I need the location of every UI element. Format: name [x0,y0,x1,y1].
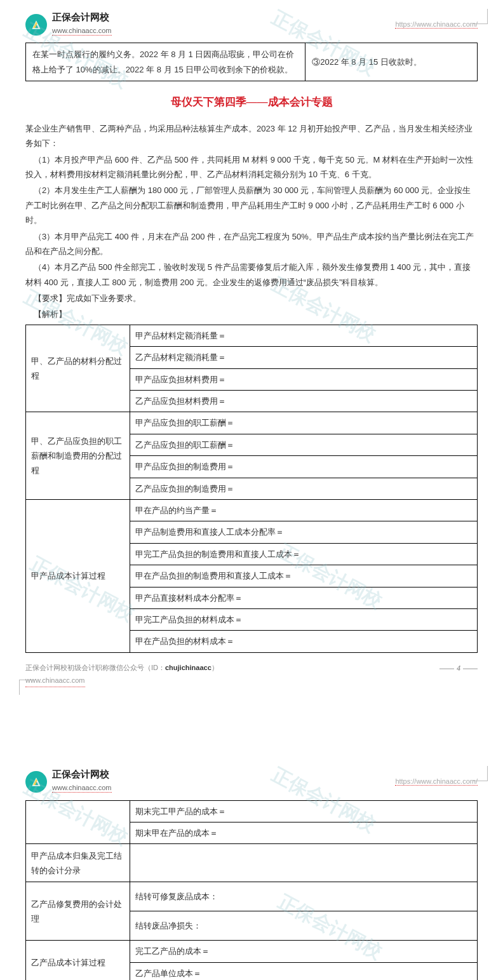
table-row-label: 甲、乙产品应负担的职工薪酬和制造费用的分配过程 [26,412,130,500]
paragraph-analysis: 【解析】 [25,307,478,321]
corner-decoration [473,9,488,24]
paragraph-item-2: （2）本月发生生产工人薪酬为 180 000 元，厂部管理人员薪酬为 30 00… [25,183,478,227]
table-cell: 结转可修复废品成本： [130,882,477,911]
brand-logo-icon [25,14,47,36]
header-url-link[interactable]: https://www.chinaacc.com/ [395,20,478,29]
footer-text: 正保会计网校初级会计职称微信公众号（ID：chujichinaacc） www.… [25,662,218,688]
table-row-label: 乙产品修复费用的会计处理 [26,882,130,941]
table-cell: 完工乙产品的成本＝ [130,941,477,962]
brand-name-en: www.chinaacc.com [52,27,112,36]
paragraph-intro: 某企业生产销售甲、乙两种产品，均采用品种法核算生产成本。2023 年 12 月初… [25,121,478,151]
header-url: https://www.chinaacc.com/ [395,18,478,31]
table-cell: 乙产品应负担的职工薪酬＝ [130,434,477,455]
section-title: 母仪天下第四季——成本会计专题 [25,93,478,112]
corner-decoration [19,680,34,695]
brand-text: 正保会计网校 www.chinaacc.com [52,11,112,37]
header-url: https://www.chinaacc.com/ [395,775,478,788]
problem-body: 某企业生产销售甲、乙两种产品，均采用品种法核算生产成本。2023 年 12 月初… [25,121,478,322]
table-cell: 期末完工甲产品的成本＝ [130,800,477,822]
table-row-label: 甲产品成本归集及完工结转的会计分录 [26,844,130,882]
page-4: 正保会计网校 正保会计网校 正保会计网校 正保会计网校 正保会计网校 正保会计网… [0,0,503,706]
paragraph-requirement: 【要求】完成如下业务要求。 [25,291,478,305]
table-row-label: 甲产品成本计算过程 [26,499,130,652]
corner-decoration [473,766,488,781]
table-cell: 甲产品直接材料成本分配率＝ [130,587,477,608]
table-cell: 甲产品制造费用和直接人工成本分配率＝ [130,521,477,543]
table-cell: 乙产品单位成本＝ [130,962,477,980]
footer-url[interactable]: www.chinaacc.com [25,675,85,688]
analysis-table-1: 甲、乙产品的材料分配过程 甲产品材料定额消耗量＝ 乙产品材料定额消耗量＝ 甲产品… [25,325,478,653]
intro-box-right: ③2022 年 8 月 15 日收款时。 [305,43,477,81]
footer-wechat-id: chujichinaacc [165,664,211,671]
table-cell: 甲产品应负担材料费用＝ [130,368,477,390]
page-number-value: 4 [454,664,463,672]
page-header: 正保会计网校 www.chinaacc.com https://www.chin… [25,769,478,795]
brand: 正保会计网校 www.chinaacc.com [25,11,112,37]
page-gap [0,706,503,757]
table-cell: 甲产品材料定额消耗量＝ [130,325,477,346]
analysis-table-2: 期末完工甲产品的成本＝ 期末甲在产品的成本＝ 甲产品成本归集及完工结转的会计分录… [25,800,478,980]
page-footer: 正保会计网校初级会计职称微信公众号（ID：chujichinaacc） www.… [25,662,478,688]
table-cell: 甲产品应负担的制造费用＝ [130,456,477,478]
table-cell: 乙产品应负担材料费用＝ [130,391,477,412]
brand-name-en: www.chinaacc.com [52,784,112,793]
brand-text: 正保会计网校 www.chinaacc.com [52,769,112,795]
table-cell: 乙产品应负担的制造费用＝ [130,478,477,499]
table-cell: 结转废品净损失： [130,911,477,941]
table-cell: 期末甲在产品的成本＝ [130,822,477,844]
table-cell: 乙产品材料定额消耗量＝ [130,347,477,368]
brand: 正保会计网校 www.chinaacc.com [25,769,112,795]
intro-box: 在某一时点履行的履约义务。2022 年 8 月 1 日因商品瑕疵，甲公司在价格上… [25,43,478,81]
table-row-label: 乙产品成本计算过程 [26,941,130,980]
page-5: 正保会计网校 正保会计网校 正保会计网校 正保会计网校 www.chinaacc… [0,757,503,980]
brand-name-cn: 正保会计网校 [52,769,112,780]
brand-name-cn: 正保会计网校 [52,11,112,23]
table-cell: 甲在产品的约当产量＝ [130,499,477,521]
table-row-label: 甲、乙产品的材料分配过程 [26,325,130,412]
table-cell: 甲产品应负担的职工薪酬＝ [130,412,477,434]
page-header: 正保会计网校 www.chinaacc.com https://www.chin… [25,11,478,37]
table-row-label [26,800,130,844]
intro-box-left: 在某一时点履行的履约义务。2022 年 8 月 1 日因商品瑕疵，甲公司在价格上… [26,43,305,81]
table-cell: 甲在产品负担的制造费用和直接人工成本＝ [130,565,477,587]
paragraph-item-4: （4）本月乙产品 500 件全部完工，验收时发现 5 件产品需要修复后才能入库，… [25,260,478,290]
brand-logo-icon [25,771,47,793]
paragraph-item-3: （3）本月甲产品完工 400 件，月末在产品 200 件，在产品完工程度为 50… [25,229,478,259]
table-cell: 甲完工产品负担的制造费用和直接人工成本＝ [130,543,477,565]
header-url-link[interactable]: https://www.chinaacc.com/ [395,777,478,786]
page-number: 4 [439,662,478,676]
table-cell [130,844,477,882]
footer-prefix: 正保会计网校初级会计职称微信公众号（ID： [25,664,165,671]
table-cell: 甲完工产品负担的材料成本＝ [130,608,477,630]
footer-suffix: ） [211,664,218,671]
table-cell: 甲在产品负担的材料成本＝ [130,631,477,652]
paragraph-item-1: （1）本月投产甲产品 600 件、乙产品 500 件，共同耗用 M 材料 9 0… [25,152,478,182]
